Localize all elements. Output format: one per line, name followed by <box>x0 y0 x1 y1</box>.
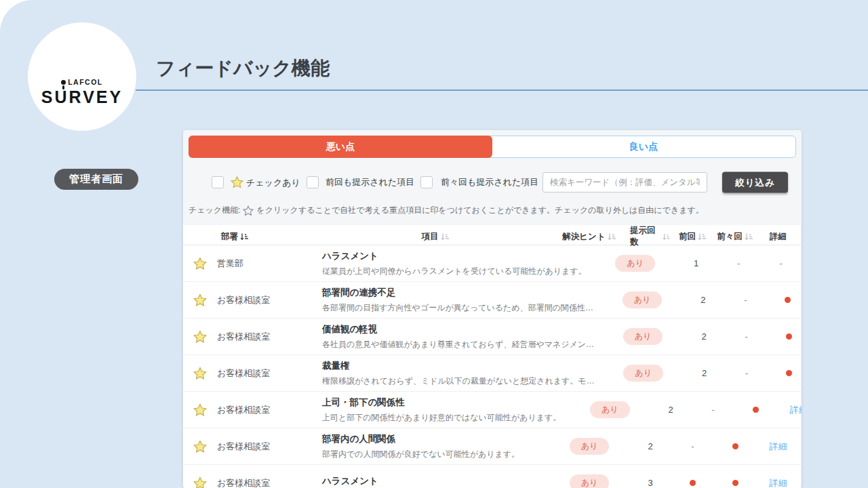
note-text: をクリックすることで自社で考える重点項目に印をつけておくことができます。チェック… <box>256 205 703 216</box>
sort-icon[interactable] <box>663 232 671 241</box>
filter-bar: チェックあり 前回も提示された項目 前々回も提示された項目 絞り込み <box>183 171 802 194</box>
col-header-dept[interactable]: 部署 <box>217 231 322 243</box>
item-title: 裁量権 <box>322 360 595 372</box>
prev-mark: - <box>745 368 748 378</box>
item-cell: 部署間の連携不足 各部署間の目指す方向性やゴールが異なっているため、部署間の関係… <box>322 287 601 314</box>
item-cell: 裁量権 権限移譲がされておらず、ミドル以下の裁量がないと想定されます。モ… <box>322 360 603 387</box>
table-row: 営業部 ハラスメント 従業員が上司や同僚からハラスメントを受けている可能性があり… <box>183 245 801 282</box>
hint-cell: あり <box>595 255 676 272</box>
checkbox-label-checked: チェックあり <box>231 176 300 189</box>
tab-bad-points[interactable]: 悪い点 <box>189 136 492 158</box>
sort-icon[interactable] <box>745 232 753 241</box>
row-star-toggle[interactable] <box>183 403 217 417</box>
item-cell: 価値観の軽視 各社員の意見や価値観があまり尊重されておらず、経営層やマネジメン… <box>322 323 602 350</box>
hint-badge: あり <box>570 474 610 488</box>
row-star-toggle[interactable] <box>183 476 217 488</box>
table-row: お客様相談室 裁量権 権限移譲がされておらず、ミドル以下の裁量がないと想定されま… <box>183 355 801 392</box>
prev-mark: - <box>745 331 747 342</box>
item-description: 従業員が上司や同僚からハラスメントを受けている可能性があります。 <box>322 266 587 277</box>
brand-name-large: SURVEY <box>28 87 136 107</box>
prevprev-mark <box>753 407 759 413</box>
hint-badge: あり <box>623 328 663 345</box>
prev-cell <box>671 480 715 486</box>
hint-cell: あり <box>601 291 683 308</box>
table-body: 営業部 ハラスメント 従業員が上司や同僚からハラスメントを受けている可能性があり… <box>183 245 801 488</box>
sort-icon[interactable] <box>698 232 707 241</box>
item-title: 部署内の人間関係 <box>322 433 540 445</box>
hint-badge: あり <box>623 291 663 308</box>
sort-icon[interactable] <box>608 232 616 241</box>
check-feature-note: チェック機能: をクリックすることで自社で考える重点項目に印をつけておくことがで… <box>189 205 704 216</box>
dept-cell: お客様相談室 <box>217 477 322 488</box>
checkbox-label-last-time: 前回も提示された項目 <box>326 176 414 188</box>
filter-apply-button[interactable]: 絞り込み <box>722 172 788 193</box>
star-icon <box>231 176 243 189</box>
table-row: お客様相談室 価値観の軽視 各社員の意見や価値観があまり尊重されておらず、経営層… <box>183 319 801 355</box>
hint-cell: あり <box>603 365 684 382</box>
checkbox-shown-time-before-last[interactable] <box>420 176 433 188</box>
row-star-toggle[interactable] <box>183 330 217 344</box>
detail-link[interactable]: 詳細 <box>770 441 787 453</box>
star-outline-icon <box>243 205 254 216</box>
table-row: お客様相談室 部署内の人間関係 部署内での人間関係が良好でない可能性があります。… <box>183 428 801 465</box>
count-cell: 2 <box>684 331 724 342</box>
item-cell: 部署内の人間関係 部署内での人間関係が良好でない可能性があります。 <box>322 433 549 460</box>
row-star-toggle[interactable] <box>183 367 217 380</box>
row-star-toggle[interactable] <box>183 440 217 453</box>
prevprev-cell <box>768 297 802 303</box>
sort-icon[interactable] <box>240 232 249 241</box>
star-icon[interactable] <box>193 367 207 380</box>
col-header-item[interactable]: 項目 <box>322 231 549 243</box>
prevprev-mark <box>786 333 792 340</box>
star-icon[interactable] <box>193 476 207 488</box>
sort-icon[interactable] <box>441 232 450 241</box>
prev-mark <box>690 480 696 486</box>
prevprev-mark <box>732 443 738 449</box>
count-cell: 2 <box>630 441 671 451</box>
hint-badge: あり <box>623 365 663 382</box>
star-icon[interactable] <box>193 257 207 270</box>
item-title: 上司・部下の関係性 <box>322 396 561 409</box>
prevprev-mark <box>732 480 738 486</box>
checkbox-label-time-before-last: 前々回も提示された項目 <box>441 176 538 188</box>
prev-cell: - <box>724 331 768 342</box>
item-title: 部署間の連携不足 <box>322 287 593 299</box>
prevprev-cell <box>735 407 776 413</box>
prevprev-cell <box>768 333 802 340</box>
hint-cell: あり <box>549 438 630 455</box>
star-icon[interactable] <box>193 403 207 417</box>
tab-group: 悪い点 良い点 <box>189 136 796 158</box>
item-description: 権限移譲がされておらず、ミドル以下の裁量がないと想定されます。モ… <box>322 375 595 387</box>
row-star-toggle[interactable] <box>183 257 217 270</box>
tab-good-points[interactable]: 良い点 <box>492 136 795 157</box>
col-header-prev[interactable]: 前回 <box>671 231 715 243</box>
prev-mark: - <box>712 405 715 415</box>
checkbox-checked-items[interactable] <box>212 176 224 188</box>
dept-cell: お客様相談室 <box>217 367 322 380</box>
item-cell: 上司・部下の関係性 上司と部下の関係性があまり好意的ではない可能性があります。 <box>322 396 569 424</box>
col-header-hint[interactable]: 解決ヒント <box>549 231 630 243</box>
star-icon[interactable] <box>193 293 207 307</box>
count-cell: 2 <box>650 405 691 415</box>
prev-cell: - <box>717 258 761 268</box>
prevprev-mark: - <box>779 258 782 268</box>
brand-mark-icon <box>61 80 66 85</box>
dept-cell: お客様相談室 <box>217 441 322 453</box>
search-input[interactable] <box>542 172 707 192</box>
table-row: お客様相談室 部署間の連携不足 各部署間の目指す方向性やゴールが異なっているため… <box>183 282 801 319</box>
checkbox-shown-last-time[interactable] <box>307 176 319 188</box>
col-header-count[interactable]: 提示回数 <box>630 225 671 248</box>
prevprev-cell <box>715 443 755 449</box>
item-cell: ハラスメント <box>322 475 549 488</box>
prev-cell: - <box>724 295 768 305</box>
row-star-toggle[interactable] <box>183 293 217 307</box>
table-header-row: 部署 項目 解決ヒント 提示回数 前回 前々回 <box>183 225 801 245</box>
col-header-prevprev[interactable]: 前々回 <box>715 231 755 243</box>
star-icon[interactable] <box>193 440 207 453</box>
item-description: 各部署間の目指す方向性やゴールが異なっているため、部署間の関係性… <box>322 302 593 314</box>
star-icon[interactable] <box>193 330 207 344</box>
hint-cell: あり <box>569 401 650 418</box>
prevprev-cell: - <box>761 258 802 268</box>
detail-link[interactable]: 詳細 <box>770 477 787 488</box>
detail-link[interactable]: 詳細 <box>790 404 802 416</box>
